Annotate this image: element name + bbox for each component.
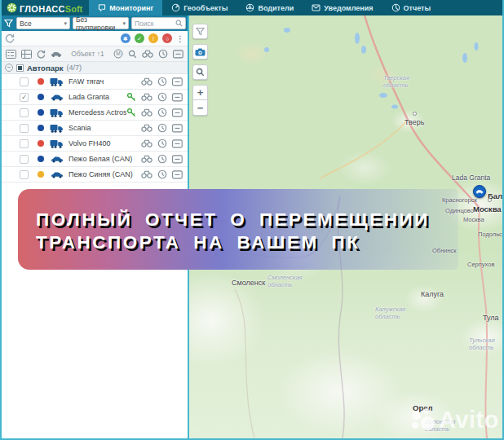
card-icon[interactable] xyxy=(172,124,183,133)
group-checkbox[interactable] xyxy=(16,64,24,72)
sort-label[interactable]: Объект ↑1 xyxy=(67,50,108,58)
tab-geoobjects[interactable]: Геообъекты xyxy=(162,0,237,15)
list-toolbar: Объект ↑1 M xyxy=(2,46,188,62)
vehicle-checkbox[interactable] xyxy=(20,124,29,133)
status-filter-ok[interactable]: ✓ xyxy=(135,33,144,43)
vehicle-row[interactable]: Mercedess Actros xyxy=(2,105,188,121)
binoculars-icon[interactable] xyxy=(141,124,153,132)
map-camera-button[interactable] xyxy=(192,44,208,59)
history-icon[interactable] xyxy=(158,49,168,59)
tab-notifications[interactable]: Уведомления xyxy=(303,0,382,15)
logo: ГЛОНАССSoft xyxy=(2,0,89,15)
binoculars-icon[interactable] xyxy=(141,77,153,86)
list-view-icon[interactable] xyxy=(21,50,32,59)
plus-icon: + xyxy=(197,87,204,98)
collapse-group-icon[interactable] xyxy=(5,64,13,72)
history-icon[interactable] xyxy=(157,77,167,86)
vehicle-row[interactable]: Пежо Синяя (CAN) xyxy=(2,167,188,183)
main-nav: Мониторинг Геообъекты Водители Уведомлен… xyxy=(89,0,440,15)
logo-gear-icon xyxy=(7,2,17,13)
vehicle-row[interactable]: Volvo FH400 xyxy=(2,136,188,152)
binoculars-icon[interactable] xyxy=(141,108,153,117)
pie-chart-icon xyxy=(391,3,400,12)
vehicle-checkbox[interactable] xyxy=(20,139,29,148)
map-search-button[interactable] xyxy=(192,64,208,80)
vehicle-row[interactable]: Lada Granta xyxy=(2,90,188,105)
binoculars-icon[interactable] xyxy=(141,170,153,178)
history-icon[interactable] xyxy=(157,169,167,179)
banner-line-1: ПОЛНЫЙ ОТЧЕТ О ПЕРЕМЕЩЕНИИ xyxy=(36,209,458,231)
vehicle-checkbox[interactable] xyxy=(20,155,29,164)
key-icon[interactable] xyxy=(126,92,136,102)
key-icon[interactable] xyxy=(126,108,136,117)
filter-funnel-icon[interactable] xyxy=(3,19,14,28)
history-icon[interactable] xyxy=(157,154,167,164)
truck-icon xyxy=(50,124,64,133)
vehicle-map-marker[interactable] xyxy=(473,185,486,198)
vehicle-row[interactable]: Scania xyxy=(2,121,188,136)
car-icon xyxy=(50,156,64,163)
vehicle-row[interactable]: FAW тягач xyxy=(2,74,188,90)
car-icon xyxy=(475,189,484,194)
refresh-list-icon[interactable] xyxy=(37,50,46,59)
vehicle-checkbox[interactable] xyxy=(20,93,29,102)
messages-icon[interactable]: M xyxy=(113,49,123,59)
history-icon[interactable] xyxy=(157,123,167,133)
search-input[interactable] xyxy=(135,20,175,28)
binoculars-icon[interactable] xyxy=(141,155,153,163)
vehicle-row[interactable]: Пежо Белая (CAN) xyxy=(2,152,188,167)
tab-monitoring[interactable]: Мониторинг xyxy=(89,0,162,15)
vehicle-name: Пежо Белая (CAN) xyxy=(69,155,141,163)
minus-icon: − xyxy=(197,103,204,113)
history-icon[interactable] xyxy=(157,92,167,102)
car-icon xyxy=(50,94,64,101)
tab-label: Уведомления xyxy=(324,4,373,12)
binoculars-icon[interactable] xyxy=(141,93,153,101)
card-icon[interactable] xyxy=(172,77,183,86)
card-icon[interactable] xyxy=(172,155,183,164)
tab-reports[interactable]: Отчеты xyxy=(382,0,440,15)
zoom-in-button[interactable]: + xyxy=(192,85,208,100)
status-filter-stopped[interactable]: ○ xyxy=(162,33,172,43)
status-dot xyxy=(38,78,44,85)
promo-banner: ПОЛНЫЙ ОТЧЕТ О ПЕРЕМЕЩЕНИИ ТРАНСПОРТА НА… xyxy=(18,189,458,270)
tab-label: Отчеты xyxy=(404,4,431,12)
fleet-filter-select[interactable]: Все xyxy=(16,17,70,29)
binoculars-icon[interactable] xyxy=(141,139,153,147)
select-all-icon[interactable] xyxy=(6,50,16,59)
fleet-filter-value: Все xyxy=(20,20,32,28)
zoom-out-button[interactable]: − xyxy=(192,100,208,116)
car-icon xyxy=(50,171,64,178)
search-icon xyxy=(175,20,183,27)
logo-text-accent: Soft xyxy=(65,4,82,14)
vehicle-checkbox[interactable] xyxy=(20,108,29,117)
topbar: ГЛОНАССSoft Мониторинг Геообъекты Водите… xyxy=(2,0,502,15)
vehicle-checkbox[interactable] xyxy=(20,170,29,179)
card-icon[interactable] xyxy=(172,108,183,117)
more-menu-icon[interactable]: ⋮ xyxy=(176,34,184,43)
status-filter-moving[interactable]: ✱ xyxy=(121,33,130,43)
card-icon[interactable] xyxy=(172,139,183,148)
map-filter-button[interactable] xyxy=(192,24,208,39)
history-icon[interactable] xyxy=(157,108,167,117)
status-dot xyxy=(38,109,44,116)
grouping-select[interactable]: Без группировки xyxy=(73,17,129,29)
vehicle-icon[interactable] xyxy=(51,51,62,58)
card-icon[interactable] xyxy=(172,170,183,179)
status-filter-idle[interactable]: ! xyxy=(148,33,158,43)
town-marker xyxy=(413,112,417,116)
refresh-icon[interactable] xyxy=(5,33,15,43)
history-icon[interactable] xyxy=(157,139,167,148)
binoculars-icon[interactable] xyxy=(142,50,153,58)
collapse-box-icon[interactable] xyxy=(173,50,183,59)
truck-icon xyxy=(50,108,64,117)
tab-drivers[interactable]: Водители xyxy=(237,0,303,15)
filter-row: Все Без группировки xyxy=(2,15,188,31)
status-dot xyxy=(38,94,44,100)
card-icon[interactable] xyxy=(172,93,183,102)
truck-icon xyxy=(50,77,64,86)
zoom-objects-icon[interactable] xyxy=(128,50,137,59)
vehicle-checkbox[interactable] xyxy=(20,77,29,86)
vehicle-list: FAW тягач Lada Granta xyxy=(2,74,188,183)
search-box xyxy=(131,17,186,29)
